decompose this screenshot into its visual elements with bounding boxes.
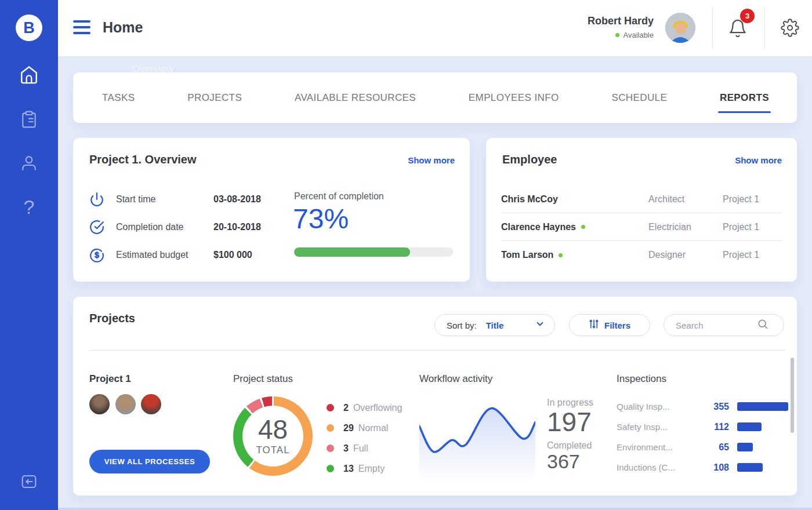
search-input[interactable] — [676, 320, 757, 330]
sidebar-item-tasks[interactable] — [0, 110, 58, 131]
user-info[interactable]: Robert Hardy Available — [588, 15, 654, 39]
employee-name: Chris McCoy — [501, 194, 558, 205]
employee-card: Employee Show more Chris McCoy Architect… — [486, 138, 797, 282]
inspection-bar — [737, 402, 788, 411]
sidebar-item-home[interactable] — [0, 65, 58, 87]
view-all-processes-button[interactable]: VIEW ALL PROCESSES — [89, 450, 210, 473]
legend-value: 13 — [343, 464, 354, 474]
employee-project: Project 1 — [723, 194, 782, 205]
stat-value: 197 — [547, 408, 622, 436]
project-overview-card: Project 1. Overview Show more Start time… — [73, 138, 470, 282]
search-box[interactable] — [664, 314, 784, 336]
inspection-bar — [737, 463, 763, 472]
donut-legend: 2 Overflowing 29 Normal 3 Full 13 Empty — [327, 398, 402, 479]
sidebar-item-employees[interactable] — [0, 154, 58, 174]
hamburger-icon[interactable] — [73, 20, 90, 34]
overview-row: Start time 03-08-2018 — [89, 185, 261, 213]
stat-value: 367 — [547, 451, 622, 472]
row-value: 20-10-2018 — [213, 222, 261, 232]
legend-label: Overflowing — [353, 403, 402, 413]
chart-title: Workflow activity — [419, 373, 492, 385]
divider — [764, 7, 765, 49]
inspection-value: 108 — [702, 462, 729, 473]
inspections-chart: Quality Insp... 355 Safety Insp... 112 E… — [617, 396, 788, 478]
scrollbar-thumb[interactable] — [791, 358, 794, 433]
team-avatar[interactable] — [166, 394, 187, 414]
inspection-label: Quality Insp... — [617, 402, 702, 411]
tab-tasks[interactable]: TASKS — [102, 92, 135, 104]
clipboard-icon — [20, 110, 38, 131]
card-title: Employee — [502, 153, 557, 166]
tab-bar: TASKS PROJECTS AVAILABLE RESOURCES EMPLO… — [73, 72, 797, 123]
gear-icon — [781, 29, 799, 39]
sort-label: Sort by: — [447, 320, 477, 330]
tab-schedule[interactable]: SCHEDULE — [611, 92, 667, 104]
workflow-area — [419, 408, 535, 480]
avatar[interactable] — [665, 13, 695, 43]
legend-label: Full — [353, 443, 368, 454]
row-label: Completion date — [116, 222, 213, 232]
filters-button[interactable]: Filters — [569, 314, 650, 336]
tab-projects[interactable]: PROJECTS — [187, 92, 242, 104]
legend-label: Normal — [358, 423, 389, 434]
inspection-value: 355 — [702, 402, 729, 412]
completion-label: Percent of completion — [294, 191, 384, 202]
show-more-link[interactable]: Show more — [735, 155, 782, 165]
employee-row[interactable]: Clarence Haynes Electrician Project 1 — [501, 213, 782, 241]
row-label: Estimated budget — [116, 250, 213, 260]
employee-name: Tom Larson — [501, 250, 553, 260]
employee-name: Clarence Haynes — [501, 222, 576, 232]
inspection-bar — [737, 422, 762, 431]
overview-row: Completion date 20-10-2018 — [89, 213, 261, 241]
inspection-label: Safety Insp... — [617, 422, 702, 432]
tab-employees-info[interactable]: EMPLOYEES INFO — [469, 92, 559, 104]
chart-title: Project status — [233, 373, 293, 385]
logout-icon — [20, 472, 38, 493]
tab-reports[interactable]: REPORTS — [720, 92, 769, 104]
legend-value: 3 — [343, 443, 349, 454]
employee-row[interactable]: Tom Larson Designer Project 1 — [501, 241, 782, 269]
sort-dropdown[interactable]: Sort by: Title — [434, 314, 555, 336]
sidebar-item-help[interactable]: ? — [0, 197, 58, 217]
filters-label: Filters — [604, 320, 630, 330]
inspection-row: Environment... 65 — [617, 437, 788, 457]
row-value: 03-08-2018 — [213, 194, 261, 205]
inspection-row: Quality Insp... 355 — [617, 396, 788, 417]
completion-progress — [294, 247, 453, 257]
user-status: Available — [623, 31, 654, 39]
online-dot — [559, 253, 563, 257]
inspection-row: Safety Insp... 112 — [617, 417, 788, 437]
tab-available-resources[interactable]: AVAILABLE RESOURCES — [295, 92, 416, 104]
app-logo[interactable]: B — [16, 14, 42, 41]
legend-dot — [327, 404, 334, 411]
dollar-icon: $ — [89, 247, 104, 263]
team-avatar[interactable] — [89, 394, 110, 414]
notification-badge: 3 — [740, 9, 755, 23]
legend-label: Empty — [358, 464, 385, 474]
user-name: Robert Hardy — [588, 15, 654, 27]
show-more-link[interactable]: Show more — [408, 155, 455, 165]
team-avatar[interactable] — [141, 394, 161, 414]
help-icon: ? — [24, 197, 35, 217]
team-avatar[interactable] — [115, 394, 136, 414]
legend-item: 13 Empty — [327, 458, 402, 479]
chevron-down-icon — [535, 319, 545, 332]
projects-card: Projects Sort by: Title Filters Project … — [73, 297, 797, 496]
inspection-bar — [737, 443, 753, 451]
workflow-chart — [419, 388, 535, 486]
inspection-label: Environment... — [617, 442, 702, 452]
status-dot — [615, 33, 619, 37]
settings-button[interactable] — [781, 19, 799, 37]
employee-row[interactable]: Chris McCoy Architect Project 1 — [501, 185, 782, 213]
inspection-label: Inductions (C... — [617, 462, 702, 472]
legend-value: 2 — [343, 403, 349, 413]
sidebar-item-logout[interactable] — [0, 472, 58, 493]
card-title: Projects — [89, 312, 135, 325]
card-title: Project 1. Overview — [89, 153, 197, 166]
employee-project: Project 1 — [723, 222, 782, 232]
inspection-value: 65 — [702, 442, 729, 453]
workflow-stats: In progress 197 Completed 367 — [547, 398, 622, 473]
legend-item: 3 Full — [327, 438, 402, 458]
legend-value: 29 — [343, 423, 354, 434]
completion-percent: 73% — [293, 203, 349, 235]
